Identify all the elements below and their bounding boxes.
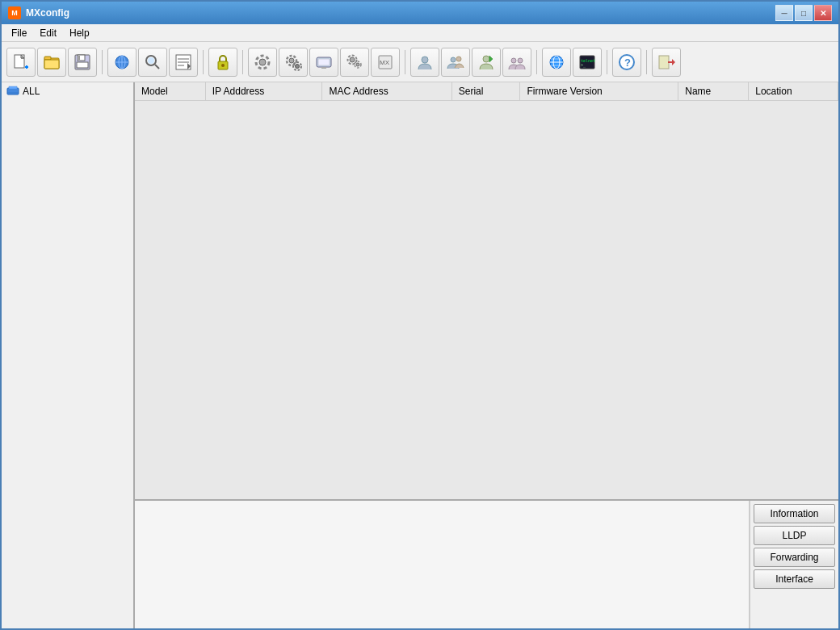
web-button[interactable]: [542, 48, 571, 77]
telnet-button[interactable]: telnet >_: [573, 48, 602, 77]
lldp-button[interactable]: LLDP: [754, 526, 835, 545]
left-panel: ALL: [2, 82, 135, 628]
title-bar-controls: ─ □ ✕: [775, 5, 832, 21]
menu-bar: File Edit Help: [2, 24, 838, 42]
svg-point-30: [296, 64, 300, 68]
open-icon: [43, 53, 61, 71]
gear1-button[interactable]: [248, 48, 277, 77]
interface-button[interactable]: Interface: [754, 569, 835, 589]
user-button[interactable]: [410, 48, 439, 77]
minimize-button[interactable]: ─: [775, 5, 793, 21]
svg-rect-58: [659, 56, 669, 69]
export-button[interactable]: [169, 48, 198, 77]
col-mac: MAC Address: [322, 82, 452, 101]
svg-text:MX: MX: [380, 59, 390, 66]
svg-point-41: [422, 57, 428, 63]
all-tree-icon: [6, 85, 19, 98]
title-bar-left: M MXconfig: [8, 6, 69, 19]
new-button[interactable]: [6, 48, 36, 77]
tree-item-all[interactable]: ALL: [2, 82, 133, 100]
separator-5: [536, 50, 537, 74]
users-button[interactable]: [441, 48, 470, 77]
svg-point-37: [356, 63, 359, 66]
menu-edit[interactable]: Edit: [33, 26, 63, 40]
menu-file[interactable]: File: [5, 26, 33, 40]
group-button[interactable]: [502, 48, 531, 77]
bottom-side-buttons: Information LLDP Forwarding Interface: [750, 501, 838, 628]
col-location: Location: [749, 82, 838, 101]
separator-6: [607, 50, 607, 74]
lock-button[interactable]: [208, 48, 237, 77]
separator-7: [646, 50, 647, 74]
svg-rect-7: [44, 60, 59, 69]
svg-marker-45: [489, 56, 493, 62]
restore-button[interactable]: □: [795, 5, 813, 21]
table-header: Model IP Adddress MAC Address Serial Fir…: [135, 82, 838, 101]
separator-3: [242, 50, 243, 74]
svg-point-35: [350, 57, 355, 62]
multigear-icon: [346, 53, 363, 71]
svg-rect-10: [77, 62, 88, 68]
svg-point-47: [518, 58, 523, 63]
forwarding-button[interactable]: Forwarding: [754, 548, 835, 567]
col-firmware: Firmware Version: [520, 82, 678, 101]
model-button[interactable]: MX: [371, 48, 400, 77]
separator-4: [405, 50, 405, 74]
svg-point-25: [221, 64, 225, 67]
right-panel: Model IP Adddress MAC Address Serial Fir…: [135, 82, 838, 628]
export-icon: [174, 53, 192, 71]
device-button[interactable]: [309, 48, 338, 77]
app-icon: M: [8, 6, 21, 19]
menu-help[interactable]: Help: [63, 26, 96, 40]
magnify-button[interactable]: [138, 48, 167, 77]
svg-text:?: ?: [624, 57, 631, 69]
lock-icon: [214, 53, 232, 71]
information-button[interactable]: Information: [754, 504, 835, 523]
separator-2: [203, 50, 204, 74]
svg-line-17: [155, 65, 159, 69]
open-button[interactable]: [37, 48, 66, 77]
users-icon: [447, 53, 464, 71]
separator-1: [102, 50, 103, 74]
account-icon: [477, 53, 495, 71]
help-icon: ?: [618, 53, 636, 71]
window-title: MXconfig: [26, 7, 69, 19]
group-icon: [508, 53, 526, 71]
svg-marker-60: [672, 59, 675, 65]
tree-item-all-label: ALL: [23, 86, 40, 97]
toolbar: MX: [2, 42, 838, 82]
device-table-container: Model IP Adddress MAC Address Serial Fir…: [135, 82, 838, 499]
globe-icon: [113, 53, 131, 71]
bottom-panel: Information LLDP Forwarding Interface: [135, 499, 838, 628]
exit-icon: [657, 53, 675, 71]
device-icon: [315, 53, 333, 71]
telnet-icon: telnet >_: [578, 53, 596, 71]
bottom-log-area: [135, 501, 750, 628]
main-content: ALL Model IP Adddress MAC Address Serial…: [2, 82, 838, 628]
gear2-button[interactable]: [279, 48, 308, 77]
svg-point-18: [148, 57, 154, 64]
gear1-icon: [254, 53, 271, 71]
help-button[interactable]: ?: [612, 48, 641, 77]
title-bar: M MXconfig ─ □ ✕: [2, 2, 838, 24]
svg-rect-33: [318, 59, 330, 65]
svg-point-28: [289, 58, 294, 63]
search-globe-button[interactable]: [107, 48, 136, 77]
device-table: Model IP Adddress MAC Address Serial Fir…: [135, 82, 838, 101]
account-button[interactable]: [472, 48, 501, 77]
close-button[interactable]: ✕: [814, 5, 832, 21]
exit-button[interactable]: [652, 48, 681, 77]
svg-rect-34: [321, 67, 326, 69]
user-icon: [416, 53, 434, 71]
web-icon: [548, 53, 565, 71]
svg-point-42: [451, 57, 456, 62]
multigear-button[interactable]: [340, 48, 369, 77]
col-serial: Serial: [452, 82, 520, 101]
svg-rect-11: [78, 56, 80, 60]
save-button[interactable]: [68, 48, 97, 77]
svg-rect-62: [9, 86, 17, 89]
svg-point-26: [259, 59, 266, 65]
col-name: Name: [678, 82, 749, 101]
model-icon: MX: [376, 53, 394, 71]
svg-point-43: [456, 57, 461, 61]
